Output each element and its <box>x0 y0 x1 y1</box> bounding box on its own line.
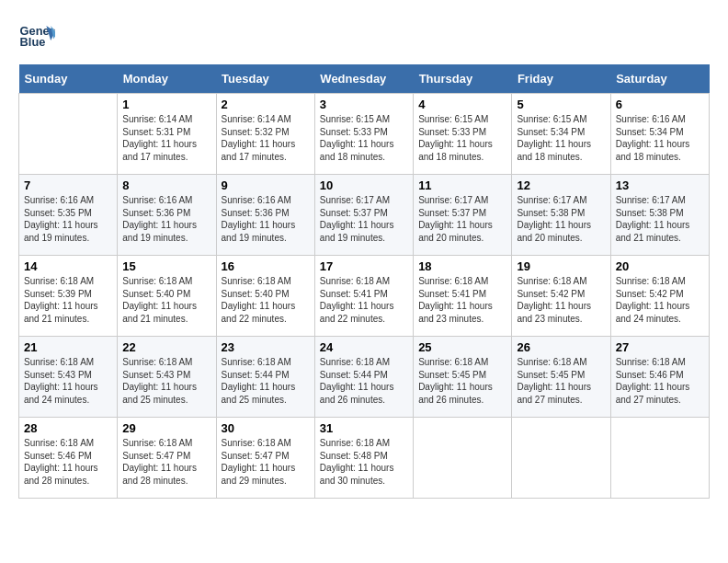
cell-info: Sunrise: 6:18 AM Sunset: 5:40 PM Dayligh… <box>122 275 210 325</box>
calendar-cell: 30 Sunrise: 6:18 AM Sunset: 5:47 PM Dayl… <box>216 418 314 499</box>
cell-info: Sunrise: 6:18 AM Sunset: 5:43 PM Dayligh… <box>122 356 210 406</box>
day-number: 29 <box>122 421 210 435</box>
day-number: 30 <box>222 421 310 435</box>
cell-info: Sunrise: 6:15 AM Sunset: 5:33 PM Dayligh… <box>418 113 506 163</box>
calendar-cell: 17 Sunrise: 6:18 AM Sunset: 5:41 PM Dayl… <box>314 256 413 337</box>
cell-info: Sunrise: 6:17 AM Sunset: 5:37 PM Dayligh… <box>320 194 408 244</box>
cell-info: Sunrise: 6:18 AM Sunset: 5:42 PM Dayligh… <box>517 275 605 325</box>
day-number: 22 <box>122 340 210 354</box>
calendar-cell: 21 Sunrise: 6:18 AM Sunset: 5:43 PM Dayl… <box>19 337 118 418</box>
calendar-week-4: 21 Sunrise: 6:18 AM Sunset: 5:43 PM Dayl… <box>19 337 710 418</box>
weekday-header-thursday: Thursday <box>414 64 512 94</box>
cell-info: Sunrise: 6:16 AM Sunset: 5:36 PM Dayligh… <box>122 194 210 244</box>
cell-info: Sunrise: 6:18 AM Sunset: 5:46 PM Dayligh… <box>616 356 704 406</box>
svg-text:Blue: Blue <box>20 35 46 49</box>
cell-info: Sunrise: 6:18 AM Sunset: 5:47 PM Dayligh… <box>222 437 310 487</box>
cell-info: Sunrise: 6:15 AM Sunset: 5:34 PM Dayligh… <box>517 113 605 163</box>
cell-info: Sunrise: 6:18 AM Sunset: 5:48 PM Dayligh… <box>320 437 408 487</box>
cell-info: Sunrise: 6:16 AM Sunset: 5:35 PM Dayligh… <box>24 194 112 244</box>
day-number: 16 <box>222 259 310 273</box>
day-number: 25 <box>418 340 506 354</box>
calendar-cell: 19 Sunrise: 6:18 AM Sunset: 5:42 PM Dayl… <box>512 256 610 337</box>
day-number: 17 <box>320 259 408 273</box>
calendar-week-3: 14 Sunrise: 6:18 AM Sunset: 5:39 PM Dayl… <box>19 256 710 337</box>
cell-info: Sunrise: 6:14 AM Sunset: 5:32 PM Dayligh… <box>222 113 310 163</box>
cell-info: Sunrise: 6:18 AM Sunset: 5:40 PM Dayligh… <box>222 275 310 325</box>
calendar-cell: 29 Sunrise: 6:18 AM Sunset: 5:47 PM Dayl… <box>118 418 216 499</box>
day-number: 18 <box>418 259 506 273</box>
day-number: 28 <box>24 421 112 435</box>
calendar-cell <box>414 418 512 499</box>
day-number: 27 <box>616 340 704 354</box>
cell-info: Sunrise: 6:18 AM Sunset: 5:47 PM Dayligh… <box>122 437 210 487</box>
day-number: 7 <box>24 178 112 192</box>
day-number: 15 <box>122 259 210 273</box>
day-number: 21 <box>24 340 112 354</box>
day-number: 4 <box>418 98 506 111</box>
calendar-cell: 13 Sunrise: 6:17 AM Sunset: 5:38 PM Dayl… <box>610 175 709 256</box>
calendar-cell: 10 Sunrise: 6:17 AM Sunset: 5:37 PM Dayl… <box>314 175 413 256</box>
cell-info: Sunrise: 6:17 AM Sunset: 5:38 PM Dayligh… <box>517 194 605 244</box>
calendar-cell: 8 Sunrise: 6:16 AM Sunset: 5:36 PM Dayli… <box>118 175 216 256</box>
logo-icon: General Blue <box>18 18 55 55</box>
calendar-cell: 25 Sunrise: 6:18 AM Sunset: 5:45 PM Dayl… <box>414 337 512 418</box>
day-number: 19 <box>517 259 605 273</box>
day-number: 5 <box>517 98 605 111</box>
day-number: 1 <box>122 98 210 111</box>
calendar-cell <box>610 418 709 499</box>
calendar-week-2: 7 Sunrise: 6:16 AM Sunset: 5:35 PM Dayli… <box>19 175 710 256</box>
calendar-cell: 22 Sunrise: 6:18 AM Sunset: 5:43 PM Dayl… <box>118 337 216 418</box>
cell-info: Sunrise: 6:17 AM Sunset: 5:38 PM Dayligh… <box>616 194 704 244</box>
day-number: 23 <box>222 340 310 354</box>
calendar-cell <box>512 418 610 499</box>
cell-info: Sunrise: 6:18 AM Sunset: 5:45 PM Dayligh… <box>418 356 506 406</box>
day-number: 8 <box>122 178 210 192</box>
day-number: 13 <box>616 178 704 192</box>
day-number: 26 <box>517 340 605 354</box>
cell-info: Sunrise: 6:18 AM Sunset: 5:44 PM Dayligh… <box>222 356 310 406</box>
cell-info: Sunrise: 6:14 AM Sunset: 5:31 PM Dayligh… <box>122 113 210 163</box>
cell-info: Sunrise: 6:18 AM Sunset: 5:43 PM Dayligh… <box>24 356 112 406</box>
calendar-cell: 5 Sunrise: 6:15 AM Sunset: 5:34 PM Dayli… <box>512 94 610 175</box>
calendar-week-1: 1 Sunrise: 6:14 AM Sunset: 5:31 PM Dayli… <box>19 94 710 175</box>
weekday-header-saturday: Saturday <box>610 64 709 94</box>
cell-info: Sunrise: 6:18 AM Sunset: 5:46 PM Dayligh… <box>24 437 112 487</box>
day-number: 14 <box>24 259 112 273</box>
day-number: 2 <box>222 98 310 111</box>
cell-info: Sunrise: 6:18 AM Sunset: 5:44 PM Dayligh… <box>320 356 408 406</box>
weekday-header-wednesday: Wednesday <box>314 64 413 94</box>
cell-info: Sunrise: 6:18 AM Sunset: 5:42 PM Dayligh… <box>616 275 704 325</box>
day-number: 11 <box>418 178 506 192</box>
cell-info: Sunrise: 6:16 AM Sunset: 5:36 PM Dayligh… <box>222 194 310 244</box>
calendar-cell: 11 Sunrise: 6:17 AM Sunset: 5:37 PM Dayl… <box>414 175 512 256</box>
calendar-cell: 15 Sunrise: 6:18 AM Sunset: 5:40 PM Dayl… <box>118 256 216 337</box>
calendar-cell: 7 Sunrise: 6:16 AM Sunset: 5:35 PM Dayli… <box>19 175 118 256</box>
cell-info: Sunrise: 6:18 AM Sunset: 5:41 PM Dayligh… <box>320 275 408 325</box>
calendar-cell: 3 Sunrise: 6:15 AM Sunset: 5:33 PM Dayli… <box>314 94 413 175</box>
day-number: 10 <box>320 178 408 192</box>
calendar-cell: 27 Sunrise: 6:18 AM Sunset: 5:46 PM Dayl… <box>610 337 709 418</box>
weekday-header-monday: Monday <box>118 64 216 94</box>
page-header: General Blue <box>18 18 710 55</box>
day-number: 31 <box>320 421 408 435</box>
calendar-cell: 2 Sunrise: 6:14 AM Sunset: 5:32 PM Dayli… <box>216 94 314 175</box>
weekday-header-tuesday: Tuesday <box>216 64 314 94</box>
calendar-cell: 14 Sunrise: 6:18 AM Sunset: 5:39 PM Dayl… <box>19 256 118 337</box>
calendar-cell: 16 Sunrise: 6:18 AM Sunset: 5:40 PM Dayl… <box>216 256 314 337</box>
calendar-cell: 12 Sunrise: 6:17 AM Sunset: 5:38 PM Dayl… <box>512 175 610 256</box>
calendar-cell: 24 Sunrise: 6:18 AM Sunset: 5:44 PM Dayl… <box>314 337 413 418</box>
calendar-table: SundayMondayTuesdayWednesdayThursdayFrid… <box>18 64 710 499</box>
cell-info: Sunrise: 6:18 AM Sunset: 5:41 PM Dayligh… <box>418 275 506 325</box>
calendar-week-5: 28 Sunrise: 6:18 AM Sunset: 5:46 PM Dayl… <box>19 418 710 499</box>
cell-info: Sunrise: 6:15 AM Sunset: 5:33 PM Dayligh… <box>320 113 408 163</box>
day-number: 6 <box>616 98 704 111</box>
calendar-cell: 20 Sunrise: 6:18 AM Sunset: 5:42 PM Dayl… <box>610 256 709 337</box>
calendar-cell: 28 Sunrise: 6:18 AM Sunset: 5:46 PM Dayl… <box>19 418 118 499</box>
calendar-cell: 18 Sunrise: 6:18 AM Sunset: 5:41 PM Dayl… <box>414 256 512 337</box>
calendar-cell: 9 Sunrise: 6:16 AM Sunset: 5:36 PM Dayli… <box>216 175 314 256</box>
day-number: 24 <box>320 340 408 354</box>
cell-info: Sunrise: 6:17 AM Sunset: 5:37 PM Dayligh… <box>418 194 506 244</box>
day-number: 12 <box>517 178 605 192</box>
day-number: 3 <box>320 98 408 111</box>
cell-info: Sunrise: 6:16 AM Sunset: 5:34 PM Dayligh… <box>616 113 704 163</box>
